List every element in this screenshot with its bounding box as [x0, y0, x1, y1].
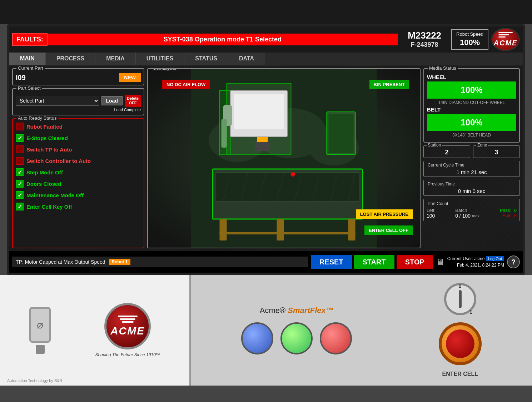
faults-label: FAULTS:	[12, 33, 48, 46]
robot-badge: Robot 1	[109, 259, 131, 265]
svg-rect-6	[216, 173, 359, 201]
part-count-label: Part Count	[427, 201, 517, 206]
stop-button[interactable]: STOP	[397, 255, 433, 269]
left-value: 100	[427, 213, 435, 219]
belt-value: 100%	[427, 114, 516, 131]
current-part-value: I09	[16, 74, 26, 82]
datetime-display: Feb 4, 2021, 8:24:22 PM	[447, 262, 504, 268]
key-label-1: 1	[469, 309, 472, 315]
tp-message-text: TP: Motor Capped at Max Output Speed	[16, 259, 105, 265]
current-part-row: I09 NEW	[16, 72, 141, 82]
bin-present-button[interactable]: BIN PRESENT	[369, 80, 409, 89]
part-select-label: Part Select	[16, 85, 42, 91]
checkbox-switch-tp	[16, 145, 24, 153]
tp-message-box: TP: Motor Capped at Max Output Speed Rob…	[12, 257, 308, 267]
smartflex-dynamic: SmartFlex™	[288, 306, 333, 315]
svg-rect-16	[220, 219, 227, 240]
machine-id: M23222 F-243978	[401, 30, 448, 49]
no-dc-air-flow-button[interactable]: NO DC AIR FLOW	[162, 80, 210, 89]
status-maintenance-mode: ✓ Maintenance Mode Off	[16, 191, 141, 199]
usb-connector: ⌀	[29, 307, 51, 354]
acme-logo-large: ACME	[104, 303, 151, 349]
previous-time-box: Previous Time 0 min 0 sec	[423, 180, 520, 196]
smartflex-static: Acme®	[260, 306, 285, 315]
faults-message: SYST-038 Operation mode T1 Selected	[48, 34, 398, 45]
part-select-row: Select Part Load Delete OFF	[16, 92, 141, 107]
pass-value: 0	[514, 208, 517, 213]
checkbox-switch-controller	[16, 157, 24, 165]
current-cycle-time-box: Current Cycle Time 1 min 21 sec	[423, 161, 520, 177]
enter-cell-label: ENTER CELL	[442, 371, 478, 377]
key-switch[interactable]: 0 1	[444, 283, 476, 315]
auto-ready-section: Auto Ready Status Robot Faulted ✓ E-Stop…	[12, 118, 144, 248]
svg-rect-33	[222, 119, 227, 148]
current-cycle-time-value: 1 min 21 sec	[427, 169, 517, 175]
tab-media[interactable]: MEDIA	[95, 53, 136, 65]
checkbox-step-mode: ✓	[16, 168, 24, 176]
current-part-label: Current Part	[16, 65, 45, 71]
svg-rect-17	[348, 219, 356, 240]
status-bar: TP: Motor Capped at Max Output Speed Rob…	[9, 251, 523, 273]
start-button[interactable]: START	[354, 255, 394, 269]
key-label-0: 0	[459, 283, 462, 289]
enter-cell-off-button[interactable]: ENTER CELL OFF	[364, 225, 413, 235]
current-user-label: Current User: acme	[447, 256, 485, 261]
belt-label: BELT	[427, 106, 516, 113]
user-info: Current User: acme Log Out Feb 4, 2021, …	[447, 255, 504, 268]
svg-rect-18	[277, 219, 284, 240]
enter-cell-inner	[446, 329, 474, 358]
logout-button[interactable]: Log Out	[486, 256, 504, 261]
svg-point-36	[291, 172, 295, 177]
belt-desc: 3X148" BELT HEAD	[427, 133, 516, 138]
enter-cell-button[interactable]	[439, 322, 482, 365]
key-switch-container: 0 1	[444, 283, 476, 315]
reset-button[interactable]: RESET	[311, 255, 352, 269]
robot-speed-box: Robot Speed 100%	[451, 29, 488, 50]
cell-layout-label: Cell Layout	[151, 68, 178, 71]
acme-logo-circle: ACME	[491, 28, 520, 51]
tab-main[interactable]: MAIN	[9, 53, 46, 65]
zone-label: Zone	[476, 143, 488, 148]
tab-data[interactable]: DATA	[228, 53, 265, 65]
robot-speed-value: 100%	[456, 38, 483, 48]
load-button[interactable]: Load	[101, 96, 123, 105]
station-value: 2	[427, 149, 467, 156]
status-step-mode: ✓ Step Mode Off	[16, 168, 141, 176]
faults-section: FAULTS: SYST-038 Operation mode T1 Selec…	[12, 33, 398, 46]
batch-header: Batch	[455, 208, 479, 213]
status-robot-faulted: Robot Faulted	[16, 123, 141, 130]
enter-cell-section: 0 1 ENTER CELL	[439, 283, 482, 377]
key-icon	[459, 290, 462, 308]
media-status-label: Media Status	[428, 65, 458, 71]
label-step-mode: Step Mode Off	[26, 169, 63, 175]
machine-id-line1: M23222	[408, 30, 441, 41]
wheel-desc: 14IN DIAMOND CUT-OFF WHEEL	[427, 100, 516, 105]
max-label: max	[472, 214, 479, 218]
hw-button-red[interactable]	[320, 322, 352, 354]
tab-status[interactable]: STATUS	[184, 53, 228, 65]
help-button[interactable]: ?	[507, 255, 520, 268]
action-buttons: RESET START STOP	[311, 255, 433, 269]
status-enter-cell-key: ✓ Enter Cell Key Off	[16, 203, 141, 210]
hw-button-blue[interactable]	[241, 322, 273, 354]
svg-rect-35	[329, 114, 354, 153]
svg-rect-31	[234, 94, 284, 130]
acme-tagline: Shaping The Future Since 1910™	[95, 352, 160, 357]
acme-logo-text: ACME	[494, 39, 518, 47]
status-doors-closed: ✓ Doors Closed	[16, 180, 141, 188]
tab-utilities[interactable]: UTILITIES	[136, 53, 185, 65]
robot-speed-label: Robot Speed	[456, 31, 483, 38]
label-maintenance-mode: Maintenance Mode Off	[26, 192, 84, 198]
status-estops-cleared: ✓ E-Stops Cleared	[16, 134, 141, 142]
tab-process[interactable]: PROCESS	[46, 53, 95, 65]
hw-button-green[interactable]	[280, 322, 313, 354]
new-button[interactable]: NEW	[119, 73, 141, 82]
lost-air-pressure-button[interactable]: LOST AIR PRESSURE	[356, 209, 413, 219]
part-select-dropdown[interactable]: Select Part	[16, 96, 99, 106]
current-cycle-time-label: Current Cycle Time	[427, 163, 517, 168]
smartflex-title: Acme® SmartFlex™	[260, 306, 334, 315]
smartflex-section: Acme® SmartFlex™	[241, 306, 352, 354]
batch-value: 0 / 100	[455, 213, 471, 219]
label-robot-faulted: Robot Faulted	[26, 124, 63, 130]
delete-off-button[interactable]: Delete OFF	[125, 95, 141, 107]
